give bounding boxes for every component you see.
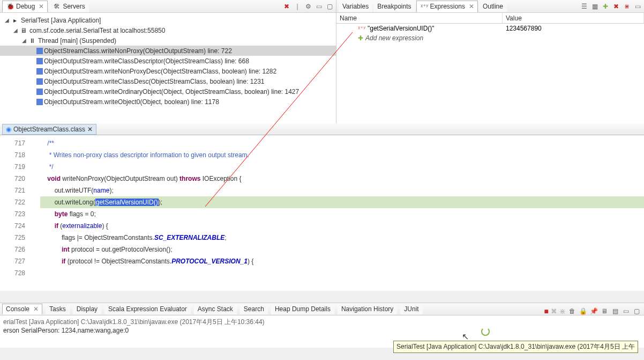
expr-name: "getSerialVersionUID()" — [368, 25, 435, 32]
tab-outline[interactable]: Outline — [479, 1, 507, 12]
tab-display[interactable]: Display — [73, 304, 101, 314]
remove-icon[interactable]: ✖ — [612, 2, 620, 11]
terminate-icon[interactable]: ■ — [544, 307, 549, 315]
jvm-icon: ▸ — [11, 17, 19, 24]
tab-label: ObjectStreamClass.class — [13, 126, 85, 133]
thread-icon: ⏸ — [28, 37, 36, 45]
tooltip: SerialTest [Java Application] C:\Java\jd… — [393, 341, 638, 353]
remove-all-icon[interactable]: ⋇ — [623, 2, 631, 11]
debug-tree[interactable]: ◢▸SerialTest [Java Application] ◢🖥com.sf… — [0, 13, 336, 123]
pin-icon[interactable]: 📌 — [589, 307, 598, 315]
code-area[interactable]: /** * Writes non-proxy class descriptor … — [29, 135, 644, 291]
tab-search[interactable]: Search — [240, 304, 268, 314]
stack-frame[interactable]: ObjectOutputStream.writeNonProxyDesc(Obj… — [44, 68, 276, 75]
col-name[interactable]: Name — [336, 13, 503, 23]
cols-icon[interactable]: ▦ — [590, 2, 599, 11]
expressions-header: Name Value — [336, 13, 644, 24]
add-expression-label: Add new expression — [365, 34, 423, 42]
stackframe-icon — [36, 89, 43, 95]
debug-target[interactable]: SerialTest [Java Application] — [21, 17, 101, 24]
close-icon[interactable]: ✕ — [33, 305, 39, 313]
remove-icon[interactable]: ✖ — [282, 2, 291, 11]
line-num: 728 — [0, 267, 25, 279]
scroll-lock-icon[interactable]: 🔒 — [579, 307, 587, 315]
right-view-tabbar: Variables Breakpoints ᵡ⁺ʸExpressions✕ Ou… — [336, 0, 644, 13]
min-icon[interactable]: ▭ — [621, 307, 630, 315]
expr-icon: ᵡ⁺ʸ — [420, 2, 429, 11]
line-num: 724 — [0, 220, 25, 232]
stackframe-icon — [36, 58, 43, 64]
tab-scala-eval[interactable]: Scala Expression Evaluator — [104, 304, 191, 314]
tab-tasks[interactable]: Tasks — [46, 304, 70, 314]
stack-frame[interactable]: ObjectOutputStream.writeClassDesc(Object… — [44, 78, 265, 85]
loading-icon — [481, 327, 490, 336]
line-num: 721 — [0, 185, 25, 196]
line-num: 722 — [0, 196, 25, 208]
stackframe-icon — [36, 68, 43, 75]
max-icon[interactable]: ▢ — [632, 307, 641, 315]
expr-value: 1234567890 — [503, 25, 644, 32]
line-gutter: 717 718 719 720 721 722 723 724 725 726 … — [0, 135, 29, 291]
stack-frame[interactable]: ObjectOutputStream.writeOrdinaryObject(O… — [44, 88, 299, 95]
line-num: 719 — [0, 161, 25, 173]
line-num: 717 — [0, 137, 25, 149]
console-launch-header: erialTest [Java Application] C:\Java\jdk… — [3, 318, 641, 327]
clear-icon[interactable]: 🗑 — [568, 307, 576, 315]
sep-icon: | — [293, 2, 302, 11]
tab-breakpoints[interactable]: Breakpoints — [373, 1, 415, 12]
stack-frame[interactable]: ObjectOutputStream.writeClassDescriptor(… — [44, 57, 249, 65]
remove-all-icon[interactable]: ⋇ — [559, 307, 566, 315]
tab-variables[interactable]: Variables — [339, 1, 372, 12]
console-toolbar: ■ ✖ ⋇ 🗑 🔒 📌 🖥 ▤ ▭ ▢ — [544, 307, 641, 315]
stackframe-icon — [36, 99, 43, 105]
close-icon[interactable]: ✕ — [39, 3, 44, 10]
stack-frame[interactable]: ObjectStreamClass.writeNonProxy(ObjectOu… — [44, 47, 232, 55]
code-editor[interactable]: 717 718 719 720 721 722 723 724 725 726 … — [0, 135, 644, 291]
tab-navigation-history[interactable]: Navigation History — [338, 304, 397, 314]
tab-junit[interactable]: JUnit — [400, 304, 422, 314]
expr-icon: ᵡ⁺ʸ — [358, 25, 365, 32]
editor-tab-class[interactable]: ◉ ObjectStreamClass.class ✕ — [2, 124, 96, 135]
tree-icon[interactable]: ☰ — [580, 2, 588, 11]
add-icon[interactable]: ✚ — [601, 2, 610, 11]
vm-node[interactable]: com.sf.code.serial.SerialTest at localho… — [29, 27, 165, 34]
tab-label: Debug — [16, 3, 35, 10]
tab-console[interactable]: Console✕ — [2, 304, 42, 314]
vm-icon: 🖥 — [19, 27, 28, 34]
close-icon[interactable]: ✕ — [469, 3, 474, 10]
open-console-icon[interactable]: ▤ — [611, 307, 619, 315]
remove-launch-icon[interactable]: ✖ — [551, 307, 557, 315]
stackframe-icon — [36, 78, 43, 85]
tab-async-stack[interactable]: Async Stack — [194, 304, 237, 314]
line-num: 727 — [0, 255, 25, 267]
maximize-icon[interactable]: ▢ — [325, 2, 334, 11]
stackframe-icon — [36, 48, 43, 54]
add-icon: ✚ — [358, 34, 363, 42]
expressions-body[interactable]: ᵡ⁺ʸ"getSerialVersionUID()" 1234567890 ✚A… — [336, 24, 644, 123]
tab-label: Servers — [63, 3, 85, 10]
add-expression-row[interactable]: ✚Add new expression — [336, 33, 644, 43]
tab-debug[interactable]: 🐞 Debug ✕ — [2, 1, 48, 12]
servers-icon: 🛠 — [53, 2, 61, 11]
line-num: 725 — [0, 232, 25, 244]
console-output-line: erson SerialPerson: 1234,name:wang,age:0 — [3, 327, 641, 334]
line-num: 726 — [0, 244, 25, 255]
tab-heap-dump[interactable]: Heap Dump Details — [271, 304, 334, 314]
minimize-icon[interactable]: ▭ — [633, 2, 642, 11]
stack-frame[interactable]: ObjectOutputStream.writeObject0(Object, … — [44, 98, 219, 106]
bug-icon: 🐞 — [6, 2, 14, 11]
class-icon: ◉ — [6, 126, 11, 133]
line-num: 723 — [0, 208, 25, 220]
close-icon[interactable]: ✕ — [87, 126, 93, 133]
tab-expressions[interactable]: ᵡ⁺ʸExpressions✕ — [416, 1, 478, 12]
col-value[interactable]: Value — [503, 13, 644, 23]
display-icon[interactable]: 🖥 — [600, 307, 609, 315]
thread-node[interactable]: Thread [main] (Suspended) — [38, 37, 116, 45]
editor-tabbar: ◉ ObjectStreamClass.class ✕ — [0, 123, 644, 135]
debug-view-tabbar: 🐞 Debug ✕ 🛠 Servers ✖ | ⚙ ▭ ▢ — [0, 0, 336, 13]
expression-row[interactable]: ᵡ⁺ʸ"getSerialVersionUID()" 1234567890 — [336, 24, 644, 33]
line-num: 720 — [0, 173, 25, 185]
minimize-icon[interactable]: ▭ — [314, 2, 323, 11]
tab-servers[interactable]: 🛠 Servers — [49, 1, 88, 12]
filter-icon[interactable]: ⚙ — [304, 2, 312, 11]
